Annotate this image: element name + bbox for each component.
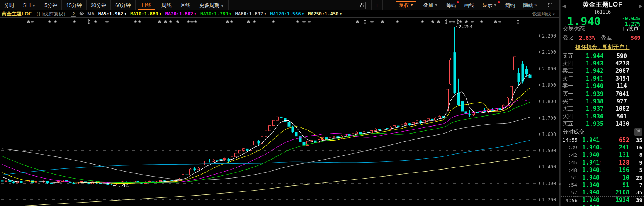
open-account-link[interactable]: 抓住机会，即刻开户！ (576, 44, 630, 51)
tick-row: :511.9401023 (561, 174, 644, 181)
tab-60分钟[interactable]: 60分钟 (111, 0, 135, 10)
ask-row[interactable]: 卖五1.944590 (561, 52, 644, 60)
bid-levels: 买一1.9397041买二1.938977买三1.9371082买四1.9365… (561, 90, 644, 128)
bid-row[interactable]: 买一1.9397041 (561, 90, 644, 98)
next-stock-arrow-icon[interactable]: ▶ (639, 3, 642, 9)
tab-月线[interactable]: 月线 (176, 0, 195, 10)
tick-row: :481.940↓1965 (561, 166, 644, 173)
tab-15分钟[interactable]: 15分钟 (62, 0, 86, 10)
bid-row[interactable]: 买五1.9351430 (561, 120, 644, 128)
tab-周线[interactable]: 周线 (157, 0, 176, 10)
weibi-label: 委比 (563, 34, 574, 41)
tick-row: 14:551.94165235 (561, 136, 644, 144)
ma-legend-value: MA30:1.789↑ (200, 11, 231, 17)
chevron-down-icon: ▼ (434, 0, 438, 10)
tool-显示[interactable]: 显示▼ (478, 0, 501, 10)
chevron-down-icon: ▼ (32, 4, 36, 8)
lock-icon[interactable] (353, 0, 371, 10)
tick-trades-title: 分时成交 (563, 129, 585, 136)
ma-legend-value: MA60:1.697↑ (235, 11, 267, 17)
chevron-down-icon: ▼ (410, 2, 414, 9)
ad-row: 抓住机会，即刻开户！ (561, 42, 644, 52)
ma-prefix: MA (87, 11, 95, 17)
ma-values: MA5:1.962↑MA10:1.880↑MA20:1.802↑MA30:1.7… (95, 11, 342, 17)
chart-mode-label: （日线,前复权） (34, 11, 68, 17)
help-icon[interactable]: ? (71, 12, 76, 17)
stock-name: 黄金主题LOF (561, 0, 644, 9)
quote-header: ◀ ▶ 黄金主题LOF 161116 1.940 -0.025-1.27% (561, 0, 644, 24)
period-tabbar: 分时5日▼5分钟15分钟30分钟60分钟日线周线月线更多周期▼+−复权▼叠加▼筹… (0, 0, 559, 10)
bid-row[interactable]: 买三1.9371082 (561, 105, 644, 113)
chevron-down-icon: ▼ (493, 0, 497, 10)
tab-分时[interactable]: 分时 (0, 0, 19, 10)
tool-筹码[interactable]: 筹码 (442, 0, 460, 10)
tool-+[interactable]: + (371, 0, 382, 10)
weibi-row: 委比 2.63% 委差 569 (561, 33, 644, 42)
tick-row: 14:561.940193439 (561, 196, 644, 204)
tab-5日[interactable]: 5日▼ (19, 0, 40, 10)
bid-row[interactable]: 买四1.936561 (561, 113, 644, 120)
chevrons-right-icon: » (534, 0, 537, 10)
quote-panel: ◀ ▶ 黄金主题LOF 161116 1.940 -0.025-1.27% 交易… (561, 0, 644, 206)
fullscreen-icon[interactable] (541, 0, 559, 10)
tab-5分钟[interactable]: 5分钟 (40, 0, 62, 10)
stock-code: 161116 (561, 9, 644, 15)
ask-row[interactable]: 卖一1.940114 (561, 82, 644, 90)
set-ma-button[interactable]: 设置均线 ▼ (532, 11, 556, 17)
tick-trades-list[interactable]: 14:551.94165235:391.940↓24116:421.940131… (561, 136, 644, 206)
tool-画线[interactable]: 画线 (460, 0, 478, 10)
trading-app: 分时5日▼5分钟15分钟30分钟60分钟日线周线月线更多周期▼+−复权▼叠加▼筹… (0, 0, 644, 206)
tick-row: :571.940210835 (561, 189, 644, 196)
weibi-value: 2.63% (579, 35, 595, 41)
tab-日线[interactable]: 日线 (138, 1, 155, 10)
weicha-value: 569 (631, 35, 642, 41)
kline-chart-area[interactable] (0, 17, 559, 206)
tool-−[interactable]: − (382, 0, 394, 10)
tab-更多周期[interactable]: 更多周期▼ (195, 0, 229, 10)
tick-row: 1.940↓ (561, 204, 644, 206)
ask-row[interactable]: 卖二1.9413454 (561, 75, 644, 82)
ma-legend-value: MA10:1.880↑ (130, 11, 161, 17)
ask-row[interactable]: 卖四1.9434278 (561, 60, 644, 67)
last-price: 1.940 (567, 15, 601, 28)
gear-icon[interactable] (79, 11, 84, 17)
ma-legend-row: 黄金主题LOF （日线,前复权） ? MA MA5:1.962↑MA10:1.8… (0, 10, 559, 17)
kline-canvas[interactable] (0, 18, 559, 206)
weicha-label: 委差 (601, 34, 612, 41)
detail-button[interactable]: 详 (634, 128, 642, 136)
ma-legend-value: MA250:1.450↑ (308, 11, 342, 17)
tool-复权[interactable]: 复权▼ (396, 1, 417, 9)
tab-30分钟[interactable]: 30分钟 (87, 0, 111, 10)
tick-row: :421.9401318 (561, 151, 644, 159)
tool-叠加[interactable]: 叠加▼ (419, 0, 442, 10)
notification-dot (498, 1, 500, 3)
tick-row: :391.940↓24116 (561, 144, 644, 151)
bid-row[interactable]: 买二1.938977 (561, 98, 644, 105)
price-change: -0.025-1.27% (622, 16, 640, 27)
tick-row: :451.941↑1289 (561, 159, 644, 166)
tick-row: :541.940917 (561, 181, 644, 189)
tool-简约[interactable]: 简约 (501, 0, 519, 10)
collapse-arrow-icon[interactable]: ◂ (558, 181, 561, 186)
ma-legend-value: MA120:1.566↑ (270, 11, 304, 17)
notification-dot (457, 1, 459, 3)
symbol-name: 黄金主题LOF (2, 10, 32, 17)
ma-legend-value: MA20:1.802↑ (165, 11, 197, 17)
tick-trades-header: 分时成交 详 (561, 128, 644, 136)
ask-row[interactable]: 卖三1.9422087 (561, 67, 644, 75)
chevron-down-icon: ▼ (552, 12, 556, 16)
chevron-down-icon: ▼ (221, 4, 224, 8)
tool-隐藏[interactable]: 隐藏» (519, 0, 541, 10)
ask-levels: 卖五1.944590卖四1.9434278卖三1.9422087卖二1.9413… (561, 52, 644, 90)
prev-stock-arrow-icon[interactable]: ◀ (562, 3, 566, 9)
ma-legend-value: MA5:1.962↑ (98, 11, 127, 17)
